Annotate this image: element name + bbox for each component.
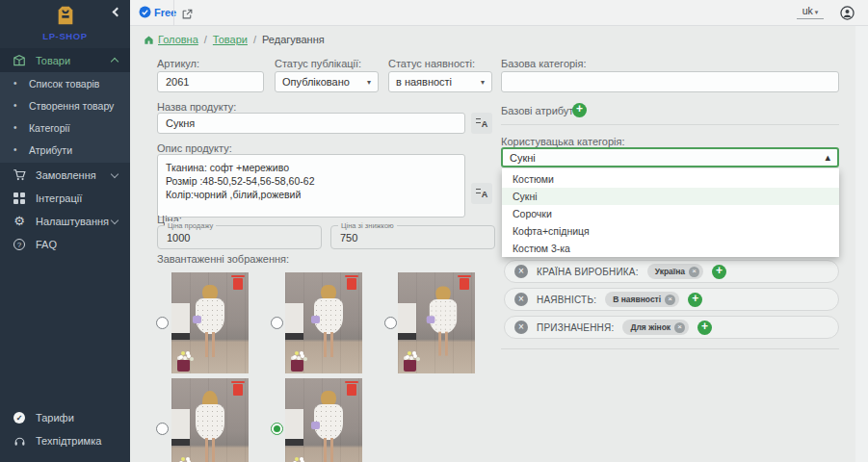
product-photo-5[interactable] — [285, 378, 362, 462]
dropdown-option-kostiumy[interactable]: Костюми — [502, 170, 839, 188]
shop-bag-icon — [55, 5, 76, 26]
delete-image-icon[interactable] — [233, 384, 243, 396]
sidebar-collapse-icon[interactable] — [113, 8, 122, 17]
chip-label: Україна — [655, 267, 685, 276]
image-radio-1[interactable] — [156, 317, 169, 329]
delete-image-icon[interactable] — [233, 278, 243, 290]
home-icon — [144, 35, 154, 45]
logo[interactable]: LP-SHOP — [0, 0, 130, 46]
add-attribute-value-button[interactable]: + — [697, 321, 712, 335]
sidebar-item-product-list[interactable]: • Список товарів — [0, 72, 130, 94]
user-avatar[interactable] — [840, 6, 855, 24]
scrollbar-track[interactable] — [855, 26, 868, 462]
sidebar-item-label: Створення товару — [29, 100, 114, 112]
sidebar-item-settings[interactable]: ⚙ Налаштування — [0, 210, 130, 233]
sidebar-item-tariffs[interactable]: ✓ Тарифи — [0, 406, 130, 429]
add-base-attribute-button[interactable]: + — [572, 103, 587, 117]
chip-label: Для жінок — [630, 322, 671, 332]
section-divider — [501, 348, 839, 349]
section-divider — [501, 124, 839, 125]
sidebar-item-faq[interactable]: ? FAQ — [0, 233, 130, 256]
chevron-down-icon — [111, 170, 118, 178]
delete-image-icon[interactable] — [460, 278, 469, 290]
sidebar-item-label: Замовлення — [36, 169, 96, 181]
sidebar-item-label: Тарифи — [36, 412, 74, 424]
headset-icon — [12, 435, 27, 448]
sidebar-item-orders[interactable]: Замовлення — [0, 164, 130, 187]
custom-category-label: Користувацька категорія: — [501, 136, 624, 147]
sidebar-item-label: Категорії — [29, 122, 70, 134]
images-label: Завантаженні зображення: — [157, 253, 289, 265]
language-selector[interactable]: uk▾ — [797, 5, 824, 19]
remove-chip-icon[interactable]: × — [665, 295, 675, 305]
product-photo-1[interactable] — [171, 272, 249, 373]
sidebar-item-integrations[interactable]: Інтеграції — [0, 187, 130, 210]
translate-name-button[interactable]: A — [471, 113, 492, 134]
product-photo-3[interactable] — [398, 272, 475, 373]
breadcrumb-home-link[interactable]: Головна — [144, 34, 198, 45]
dropdown-option-sukni[interactable]: Сукні — [502, 188, 839, 205]
box-icon — [12, 54, 27, 67]
sidebar-item-products[interactable]: Товари — [0, 48, 130, 72]
description-textarea[interactable]: Тканина: софт +мереживо Розмір :48-50,52… — [157, 154, 465, 218]
add-attribute-value-button[interactable]: + — [688, 293, 702, 307]
remove-attribute-icon[interactable]: × — [514, 265, 528, 278]
image-radio-5[interactable] — [271, 423, 283, 435]
image-radio-3[interactable] — [384, 317, 397, 329]
sale-price-input[interactable]: Ціна продажу 1000 — [157, 225, 322, 249]
add-attribute-value-button[interactable]: + — [712, 265, 726, 279]
publish-status-select[interactable]: Опубліковано ▾ — [275, 71, 379, 92]
plan-badge[interactable]: Free — [139, 6, 176, 18]
dropdown-option-sorochky[interactable]: Сорочки — [502, 205, 839, 222]
discount-price-input[interactable]: Ціна зі знижкою 750 — [330, 225, 495, 249]
bullet-icon: • — [13, 78, 23, 89]
remove-attribute-icon[interactable]: × — [514, 293, 528, 306]
caret-down-icon: ▾ — [367, 78, 371, 87]
sidebar-item-label: Список товарів — [29, 78, 99, 90]
product-photo-2[interactable] — [285, 272, 362, 373]
flowers-decor — [293, 355, 297, 359]
attribute-name: КРАЇНА ВИРОБНИКА: — [537, 267, 639, 277]
caret-up-icon: ▴ — [825, 151, 830, 164]
publish-status-label: Статус публікації: — [275, 58, 361, 69]
sidebar-item-support[interactable]: Техпідтримка — [0, 429, 130, 452]
dropdown-option-kostium3[interactable]: Костюм 3-ка — [502, 240, 839, 257]
sidebar-item-label: Налаштування — [36, 216, 109, 227]
translate-icon: A — [476, 118, 488, 129]
logo-text: LP-SHOP — [0, 31, 130, 41]
breadcrumb-separator: / — [253, 34, 256, 45]
gear-icon: ⚙ — [12, 216, 27, 227]
product-name-label: Назва продукту: — [157, 101, 236, 113]
delete-image-icon[interactable] — [347, 384, 356, 396]
sidebar-item-categories[interactable]: • Категорії — [0, 116, 130, 139]
base-attributes-label: Базові атрибути: — [501, 105, 583, 116]
dropdown-option-kofta[interactable]: Кофта+спідниця — [502, 222, 839, 240]
translate-description-button[interactable]: A — [471, 183, 492, 204]
sidebar-item-label: Товари — [36, 55, 70, 66]
image-radio-2[interactable] — [271, 317, 283, 329]
remove-chip-icon[interactable]: × — [689, 267, 699, 277]
description-label: Опис продукту: — [157, 142, 232, 154]
publish-status-value: Опубліковано — [282, 76, 350, 88]
chevron-up-icon — [111, 58, 118, 65]
remove-chip-icon[interactable]: × — [674, 322, 685, 333]
stock-status-select[interactable]: в наявності ▾ — [388, 71, 492, 92]
sidebar-item-attributes[interactable]: • Атрибути — [0, 139, 130, 161]
app-root: LP-SHOP Товари • Список товарів • Створе… — [0, 0, 868, 462]
delete-image-icon[interactable] — [347, 278, 356, 290]
topbar-divider — [173, 0, 174, 25]
breadcrumb-products-link[interactable]: Товари — [213, 34, 248, 45]
sidebar-item-product-create[interactable]: • Створення товару — [0, 94, 130, 116]
flowers-decor — [406, 355, 409, 359]
custom-category-select[interactable]: Сукні ▴ — [501, 147, 839, 167]
external-link-icon[interactable] — [181, 7, 194, 24]
base-category-label: Базова категорія: — [501, 58, 587, 69]
remove-attribute-icon[interactable]: × — [514, 321, 528, 334]
image-radio-4[interactable] — [156, 423, 169, 435]
translate-icon: A — [476, 189, 488, 199]
topbar: Free uk▾ — [130, 0, 868, 26]
base-category-input[interactable] — [501, 71, 839, 92]
product-photo-4[interactable] — [171, 378, 249, 462]
sku-input[interactable]: 2061 — [157, 71, 264, 92]
product-name-input[interactable]: Сукня — [157, 113, 465, 134]
